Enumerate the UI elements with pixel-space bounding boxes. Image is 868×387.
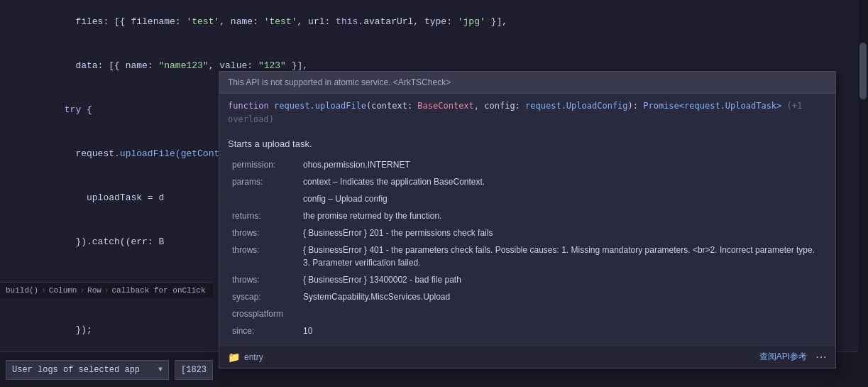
row-label: syscap: (228, 288, 299, 305)
row-label: params: (228, 173, 299, 190)
popup-description: Starts a upload task. (228, 138, 827, 149)
row-label (228, 190, 299, 207)
folder-icon: 📁 (228, 351, 240, 363)
editor-area: files: [{ filename: 'test', name: 'test'… (0, 0, 868, 387)
breadcrumb-item: Row (87, 286, 101, 295)
table-row: permission: ohos.permission.INTERNET (228, 156, 827, 173)
table-row: since: 10 (228, 322, 827, 339)
popup-details-table: permission: ohos.permission.INTERNET par… (228, 156, 827, 339)
log-selector-label: User logs of selected app (12, 365, 140, 375)
table-row: syscap: SystemCapability.MiscServices.Up… (228, 288, 827, 305)
row-value: { BusinessError } 201 - the permissions … (299, 224, 827, 241)
breadcrumb: build() › Column › Row › callback for on… (0, 282, 213, 298)
row-value: { BusinessError } 13400002 - bad file pa… (299, 271, 827, 288)
more-options-icon[interactable]: ⋯ (815, 350, 827, 364)
table-row: params: context – Indicates the applicat… (228, 173, 827, 190)
row-value: 10 (299, 322, 827, 339)
row-label: throws: (228, 271, 299, 288)
api-reference-link[interactable]: 查阅API参考 (759, 351, 807, 363)
row-value: the promise returned by the function. (299, 207, 827, 224)
row-label: crossplatform (228, 305, 299, 322)
footer-entry: 📁 entry (228, 351, 263, 363)
breadcrumb-item: callback for onClick (111, 286, 205, 295)
row-label: returns: (228, 207, 299, 224)
popup-body: Starts a upload task. permission: ohos.p… (219, 133, 835, 345)
line-indicator: [1823 (175, 360, 213, 380)
table-row: throws: { BusinessError } 201 - the perm… (228, 224, 827, 241)
row-value: context – Indicates the application Base… (299, 173, 827, 190)
log-selector[interactable]: User logs of selected app ▼ (6, 360, 169, 380)
row-value: ohos.permission.INTERNET (299, 156, 827, 173)
api-warning: This API is not supported in atomic serv… (219, 72, 835, 94)
chevron-down-icon: ▼ (158, 366, 163, 374)
breadcrumb-item: build() (6, 286, 38, 295)
row-label: since: (228, 322, 299, 339)
code-line: files: [{ filename: 'test', name: 'test'… (0, 0, 868, 44)
table-row: crossplatform (228, 305, 827, 322)
row-label: throws: (228, 241, 299, 271)
scrollbar-thumb[interactable] (859, 43, 867, 99)
table-row: returns: the promise returned by the fun… (228, 207, 827, 224)
hover-popup: This API is not supported in atomic serv… (219, 71, 836, 369)
row-label: throws: (228, 224, 299, 241)
breadcrumb-item: Column (49, 286, 77, 295)
table-row: config – Upload config (228, 190, 827, 207)
row-value: config – Upload config (299, 190, 827, 207)
footer-entry-label: entry (244, 352, 263, 362)
footer-actions: 查阅API参考 ⋯ (759, 350, 827, 364)
row-value: SystemCapability.MiscServices.Upload (299, 288, 827, 305)
popup-signature: function request.uploadFile(context: Bas… (219, 94, 835, 133)
row-label: permission: (228, 156, 299, 173)
table-row: throws: { BusinessError } 13400002 - bad… (228, 271, 827, 288)
popup-footer: 📁 entry 查阅API参考 ⋯ (219, 345, 835, 368)
table-row: throws: { BusinessError } 401 - the para… (228, 241, 827, 271)
row-value (299, 305, 827, 322)
row-value: { BusinessError } 401 - the parameters c… (299, 241, 827, 271)
scrollbar[interactable] (858, 0, 868, 387)
